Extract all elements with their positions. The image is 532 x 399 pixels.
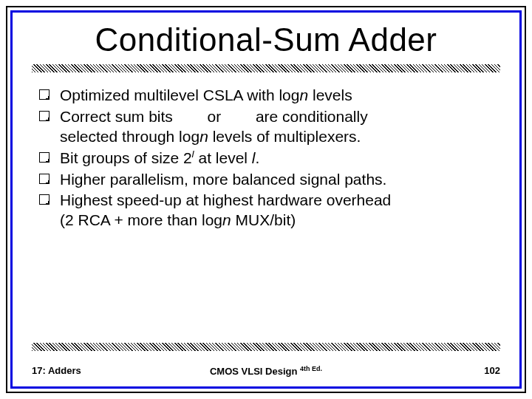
title-underline — [32, 64, 500, 72]
bullet-box-icon — [39, 152, 50, 163]
footer-hatch — [32, 343, 500, 351]
bullet-5: Highest speed-up at highest hardware ove… — [39, 191, 500, 231]
bullet-1: Optimized multilevel CSLA with logn leve… — [39, 86, 500, 106]
bullet-list: Optimized multilevel CSLA with logn leve… — [32, 86, 500, 231]
bullet-box-icon — [39, 174, 50, 184]
var-n: n — [222, 211, 231, 228]
text: . — [256, 149, 260, 166]
footer: 17: Adders CMOS VLSI Design 4th Ed. 102 — [32, 365, 500, 376]
bullet-1-text: Optimized multilevel CSLA with logn leve… — [60, 86, 500, 106]
var-n: n — [299, 86, 308, 103]
text: levels of multiplexers. — [208, 128, 361, 145]
bullet-2: Correct sum bits or are conditionally se… — [39, 107, 500, 147]
bullet-box-icon — [39, 89, 50, 100]
inner-frame: Conditional-Sum Adder Optimized multilev… — [10, 10, 522, 389]
text: (2 RCA + more than log — [60, 211, 222, 228]
slide-title: Conditional-Sum Adder — [32, 21, 500, 58]
page-number: 102 — [484, 365, 500, 376]
text: MUX/bit) — [231, 211, 296, 228]
footer-center: CMOS VLSI Design 4th Ed. — [32, 365, 500, 377]
text: Highest speed-up at highest hardware ove… — [60, 191, 391, 208]
text: Optimized multilevel CSLA with log — [60, 86, 299, 103]
text: Correct sum bits — [60, 108, 173, 125]
book-title: CMOS VLSI Design — [210, 366, 297, 377]
edition: 4th Ed. — [300, 365, 322, 372]
text: Bit groups of size 2 — [60, 149, 192, 166]
bullet-3: Bit groups of size 2l at level l. — [39, 149, 500, 168]
bullet-box-icon — [39, 194, 50, 205]
footer-left: 17: Adders — [32, 365, 81, 376]
bullet-4-text: Higher parallelism, more balanced signal… — [60, 170, 500, 190]
bullet-4: Higher parallelism, more balanced signal… — [39, 170, 500, 190]
slide-content: Conditional-Sum Adder Optimized multilev… — [13, 13, 519, 386]
text: selected through log — [60, 128, 200, 145]
text: are conditionally — [256, 108, 368, 125]
bullet-box-icon — [39, 111, 50, 121]
bullet-2-text: Correct sum bits or are conditionally se… — [60, 107, 500, 147]
text: at level — [194, 149, 252, 166]
text: levels — [308, 86, 352, 103]
bullet-3-text: Bit groups of size 2l at level l. — [60, 149, 500, 168]
text: or — [208, 108, 222, 125]
bullet-5-text: Highest speed-up at highest hardware ove… — [60, 191, 500, 231]
var-n: n — [200, 128, 208, 145]
